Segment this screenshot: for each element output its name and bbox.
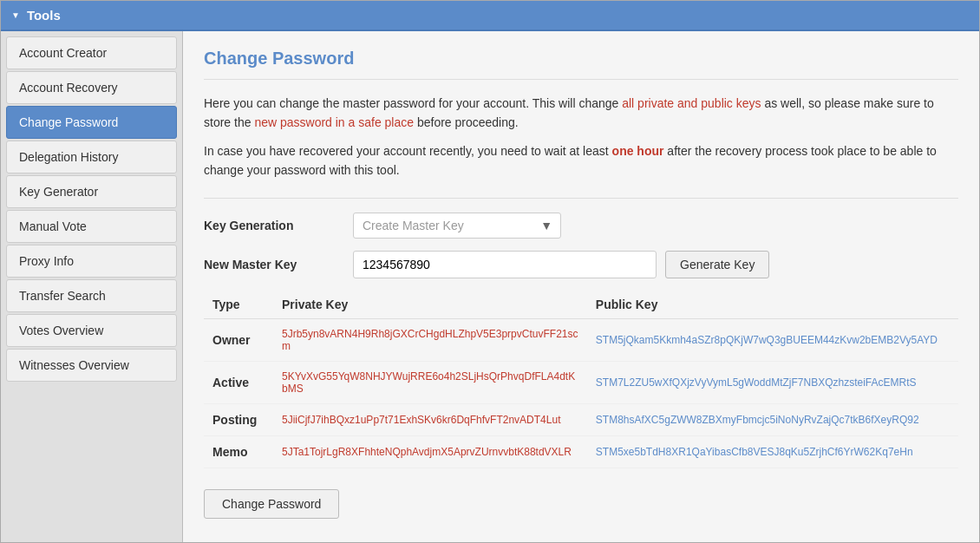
sidebar-item-account-creator[interactable]: Account Creator — [6, 36, 177, 69]
active-private-key: 5KYvXvG55YqW8NHJYWujRRE6o4h2SLjHsQrPhvqD… — [273, 361, 587, 403]
table-row: Memo 5JTa1TojrLgR8XFhhteNQphAvdjmX5AprvZ… — [204, 435, 958, 468]
new-master-key-row: New Master Key Generate Key — [204, 251, 958, 278]
sidebar-item-account-recovery[interactable]: Account Recovery — [6, 71, 177, 104]
table-row: Posting 5JiiCjfJ7ihBQxz1uPp7t71ExhSKv6kr… — [204, 403, 958, 435]
title-bar-label: Tools — [27, 8, 61, 23]
posting-public-key: STM8hsAfXC5gZWW8ZBXmyFbmcjc5iNoNyRvZajQc… — [587, 403, 958, 435]
description-2: In case you have recovered your account … — [204, 141, 958, 180]
memo-private-key: 5JTa1TojrLgR8XFhhteNQphAvdjmX5AprvZUrnvv… — [273, 435, 587, 468]
sidebar-item-transfer-search[interactable]: Transfer Search — [6, 279, 177, 312]
form-section: Key Generation Create Master Key ▼ New M… — [204, 198, 958, 519]
key-generation-row: Key Generation Create Master Key ▼ — [204, 213, 958, 239]
highlight-one-hour: one hour — [612, 144, 664, 158]
owner-public-key: STM5jQkam5Kkmh4aSZr8pQKjW7wQ3gBUEEM44zKv… — [587, 318, 958, 361]
owner-private-key: 5Jrb5yn8vARN4H9Rh8jGXCrCHgdHLZhpV5E3prpv… — [273, 318, 587, 361]
main-content: Change Password Here you can change the … — [183, 31, 979, 542]
sidebar-item-change-password[interactable]: Change Password — [6, 106, 177, 139]
description-1: Here you can change the master password … — [204, 94, 958, 133]
col-public-key: Public Key — [587, 291, 958, 319]
new-master-key-input[interactable] — [353, 251, 657, 278]
table-row: Owner 5Jrb5yn8vARN4H9Rh8jGXCrCHgdHLZhpV5… — [204, 318, 958, 361]
highlight-all: all private and public keys — [622, 96, 761, 110]
page-title: Change Password — [204, 49, 958, 80]
sidebar-item-proxy-info[interactable]: Proxy Info — [6, 245, 177, 278]
table-row: Active 5KYvXvG55YqW8NHJYWujRRE6o4h2SLjHs… — [204, 361, 958, 403]
sidebar-item-manual-vote[interactable]: Manual Vote — [6, 210, 177, 243]
keys-table: Type Private Key Public Key Owner 5Jrb5y… — [204, 291, 958, 468]
sidebar-item-key-generator[interactable]: Key Generator — [6, 175, 177, 208]
sidebar-item-votes-overview[interactable]: Votes Overview — [6, 314, 177, 347]
posting-type: Posting — [204, 403, 273, 435]
active-type: Active — [204, 361, 273, 403]
highlight-new: new password in a safe place — [254, 115, 414, 129]
memo-type: Memo — [204, 435, 273, 468]
sidebar-item-witnesses-overview[interactable]: Witnesses Overview — [6, 349, 177, 382]
app-container: ▼ Tools Account Creator Account Recovery… — [0, 0, 980, 543]
key-generation-select[interactable]: Create Master Key — [353, 213, 561, 239]
key-generation-control: Create Master Key ▼ — [353, 213, 958, 239]
col-type: Type — [204, 291, 273, 319]
memo-public-key: STM5xe5bTdH8XR1QaYibasCfb8VESJ8qKu5ZrjhC… — [587, 435, 958, 468]
active-public-key: STM7L2ZU5wXfQXjzVyVymL5gWoddMtZjF7NBXQzh… — [587, 361, 958, 403]
sidebar-item-delegation-history[interactable]: Delegation History — [6, 141, 177, 173]
change-password-button[interactable]: Change Password — [204, 489, 339, 519]
key-generation-label: Key Generation — [204, 219, 343, 232]
generate-key-button[interactable]: Generate Key — [665, 251, 769, 278]
key-generation-select-wrapper: Create Master Key ▼ — [353, 213, 561, 239]
main-layout: Account Creator Account Recovery Change … — [1, 31, 979, 542]
posting-private-key: 5JiiCjfJ7ihBQxz1uPp7t71ExhSKv6kr6DqFhfvF… — [273, 403, 587, 435]
sidebar: Account Creator Account Recovery Change … — [1, 31, 183, 542]
owner-type: Owner — [204, 318, 273, 361]
new-master-key-control: Generate Key — [353, 251, 958, 278]
new-master-key-label: New Master Key — [204, 258, 343, 272]
tools-arrow-icon: ▼ — [11, 10, 20, 20]
table-header-row: Type Private Key Public Key — [204, 291, 958, 319]
title-bar: ▼ Tools — [1, 1, 979, 31]
col-private-key: Private Key — [273, 291, 587, 319]
